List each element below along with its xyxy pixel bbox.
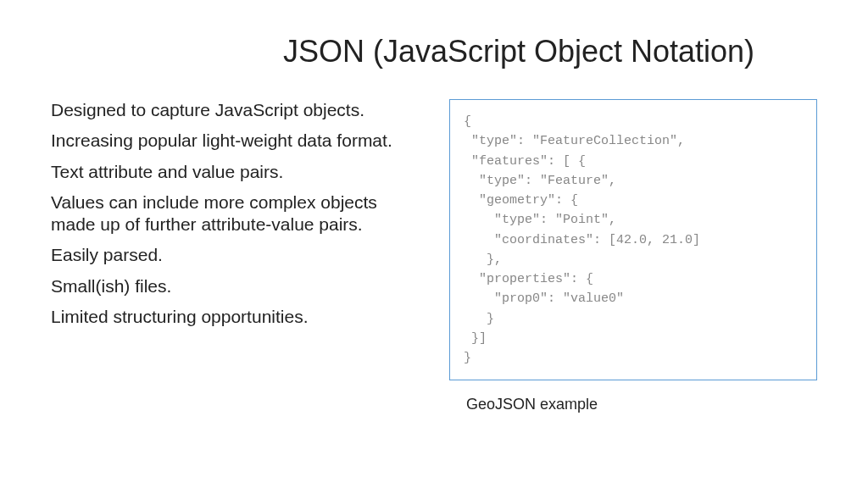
code-example: { "type": "FeatureCollection", "features…	[449, 99, 817, 380]
example-column: { "type": "FeatureCollection", "features…	[449, 99, 817, 413]
bullet-item: Limited structuring opportunities.	[51, 306, 415, 328]
bullet-item: Values can include more complex objects …	[51, 191, 415, 236]
slide-title: JSON (JavaScript Object Notation)	[220, 34, 817, 69]
bullet-item: Increasing popular light-weight data for…	[51, 130, 415, 152]
bullet-item: Designed to capture JavaScript objects.	[51, 99, 415, 121]
bullet-item: Small(ish) files.	[51, 275, 415, 297]
content-area: Designed to capture JavaScript objects. …	[51, 99, 817, 413]
example-caption: GeoJSON example	[466, 396, 817, 413]
bullet-item: Easily parsed.	[51, 244, 415, 266]
bullet-item: Text attribute and value pairs.	[51, 161, 415, 183]
bullet-list: Designed to capture JavaScript objects. …	[51, 99, 415, 413]
